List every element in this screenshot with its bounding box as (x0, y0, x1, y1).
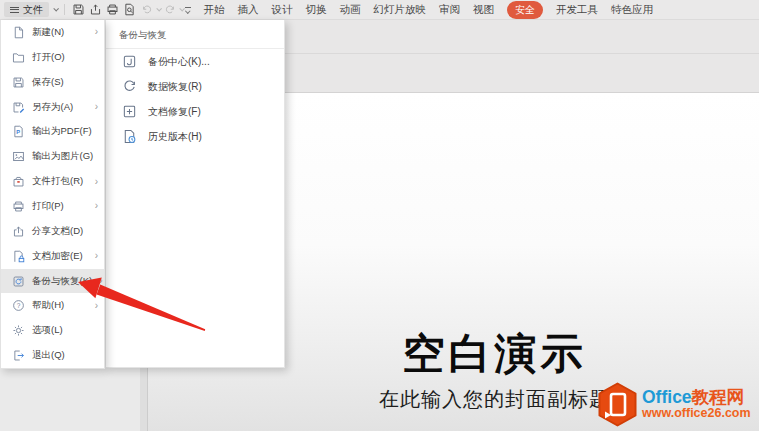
file-menu-panel: 新建(N) › 打开(O) 保存(S) 另存为(A) (0, 20, 105, 369)
options-gear-icon (11, 324, 25, 338)
submenu-item-backup-center[interactable]: 备份中心(K)... (106, 49, 284, 74)
menu-item-label: 输出为图片(G) (32, 150, 93, 163)
backup-center-icon (121, 54, 137, 70)
submenu-arrow-icon: › (95, 102, 98, 112)
svg-text:P: P (16, 129, 20, 135)
doc-repair-icon (121, 104, 137, 120)
menu-item-label: 退出(Q) (32, 349, 65, 362)
open-folder-icon (11, 50, 25, 64)
tab-view[interactable]: 视图 (473, 3, 494, 17)
file-menu-button-label: 文件 (23, 3, 43, 17)
backup-restore-submenu-panel: 备份与恢复 备份中心(K)... 数据恢复(R) 文档修复(F) (105, 20, 285, 368)
submenu-arrow-icon: › (95, 301, 98, 311)
save-icon[interactable] (71, 2, 87, 18)
print-preview-icon[interactable] (122, 2, 138, 18)
backup-restore-icon (11, 274, 25, 288)
office-hexagon-logo-icon (597, 382, 638, 427)
watermark-url: www.office26.com (642, 407, 751, 420)
file-menu-item-save[interactable]: 保存(S) (1, 70, 104, 95)
tab-special-apps[interactable]: 特色应用 (611, 3, 653, 17)
submenu-arrow-icon: › (95, 201, 98, 211)
menu-item-label: 打印(P) (32, 200, 64, 213)
file-menu-item-backup-restore[interactable]: 备份与恢复(K) › (1, 269, 104, 294)
menu-item-label: 备份与恢复(K) (32, 275, 92, 288)
export-pdf-icon: P (11, 125, 25, 139)
file-package-icon (11, 175, 25, 189)
file-menu-chevron-icon[interactable] (54, 6, 59, 11)
submenu-item-doc-repair[interactable]: 文档修复(F) (106, 99, 284, 124)
slide-title-placeholder[interactable]: 空白演示 (230, 330, 759, 377)
file-menu-item-export-image[interactable]: 输出为图片(G) (1, 144, 104, 169)
tab-design[interactable]: 设计 (272, 3, 293, 17)
file-menu-item-save-as[interactable]: 另存为(A) › (1, 95, 104, 120)
wps-presentation-window: 空白演示 在此输入您的封面副标题 文件 (0, 0, 759, 431)
submenu-arrow-icon: › (95, 177, 98, 187)
submenu-item-label: 备份中心(K)... (148, 55, 210, 69)
undo-dropdown-icon[interactable] (156, 6, 161, 11)
submenu-arrow-icon: › (95, 251, 98, 261)
encrypt-doc-icon (11, 249, 25, 263)
menu-item-label: 保存(S) (32, 76, 64, 89)
file-menu-item-export-pdf[interactable]: P 输出为PDF(F) (1, 119, 104, 144)
submenu-item-label: 文档修复(F) (148, 105, 201, 119)
save-icon (11, 75, 25, 89)
file-menu-item-encrypt-doc[interactable]: 文档加密(E) › (1, 244, 104, 269)
office26-watermark: Office教程网 www.office26.com (597, 380, 759, 428)
tab-developer[interactable]: 开发工具 (556, 3, 598, 17)
print-icon (11, 199, 25, 213)
customize-toolbar-icon[interactable] (185, 7, 191, 13)
title-tab-bar: 文件 (0, 0, 759, 20)
watermark-text: Office教程网 www.office26.com (642, 388, 751, 420)
file-menu-button[interactable]: 文件 (4, 2, 49, 17)
menu-item-label: 打开(O) (32, 51, 65, 64)
submenu-item-label: 历史版本(H) (148, 130, 202, 144)
tab-transitions[interactable]: 切换 (306, 3, 327, 17)
export-icon[interactable] (88, 2, 104, 18)
submenu-title: 备份与恢复 (106, 20, 284, 48)
menu-item-label: 文档加密(E) (32, 250, 83, 263)
submenu-item-label: 数据恢复(R) (148, 80, 202, 94)
undo-icon[interactable] (139, 2, 155, 18)
print-icon[interactable] (105, 2, 121, 18)
hamburger-icon (10, 5, 19, 14)
menu-item-label: 选项(L) (32, 324, 63, 337)
file-menu-item-open[interactable]: 打开(O) (1, 45, 104, 70)
history-version-icon (121, 129, 137, 145)
data-recovery-icon (121, 79, 137, 95)
file-menu-item-options[interactable]: 选项(L) (1, 318, 104, 343)
menu-item-label: 新建(N) (32, 26, 64, 39)
tab-insert[interactable]: 插入 (238, 3, 259, 17)
file-menu-item-share-doc[interactable]: 分享文档(D) (1, 219, 104, 244)
redo-icon[interactable] (162, 2, 178, 18)
watermark-brand-suffix: 教程网 (692, 387, 745, 407)
file-menu-item-help[interactable]: ? 帮助(H) › (1, 293, 104, 318)
menu-item-label: 分享文档(D) (32, 225, 83, 238)
submenu-arrow-icon: › (95, 27, 98, 37)
submenu-item-history-version[interactable]: 历史版本(H) (106, 124, 284, 149)
tab-review[interactable]: 审阅 (439, 3, 460, 17)
file-menu-item-new[interactable]: 新建(N) › (1, 20, 104, 45)
svg-text:?: ? (16, 302, 20, 309)
ribbon-tab-bar: 开始 插入 设计 切换 动画 幻灯片放映 审阅 视图 安全 开发工具 特色应用 (204, 1, 654, 19)
tab-slideshow[interactable]: 幻灯片放映 (374, 3, 427, 17)
menu-item-label: 帮助(H) (32, 299, 64, 312)
file-menu-item-file-package[interactable]: 文件打包(R) › (1, 169, 104, 194)
menu-item-label: 另存为(A) (32, 101, 73, 114)
exit-icon (11, 349, 25, 363)
save-as-icon (11, 100, 25, 114)
menu-item-label: 文件打包(R) (32, 175, 83, 188)
submenu-arrow-icon: › (99, 276, 102, 286)
menu-item-label: 输出为PDF(F) (32, 125, 92, 138)
file-menu-item-exit[interactable]: 退出(Q) (1, 343, 104, 368)
tab-security-active[interactable]: 安全 (507, 1, 543, 19)
share-doc-icon (11, 224, 25, 238)
submenu-item-data-recovery[interactable]: 数据恢复(R) (106, 74, 284, 99)
file-menu-item-print[interactable]: 打印(P) › (1, 194, 104, 219)
watermark-brand-office: Office (642, 387, 692, 407)
export-image-icon (11, 150, 25, 164)
toolbar-separator (64, 4, 65, 15)
tab-animation[interactable]: 动画 (340, 3, 361, 17)
help-icon: ? (11, 299, 25, 313)
tab-home[interactable]: 开始 (204, 3, 225, 17)
new-file-icon (11, 25, 25, 39)
